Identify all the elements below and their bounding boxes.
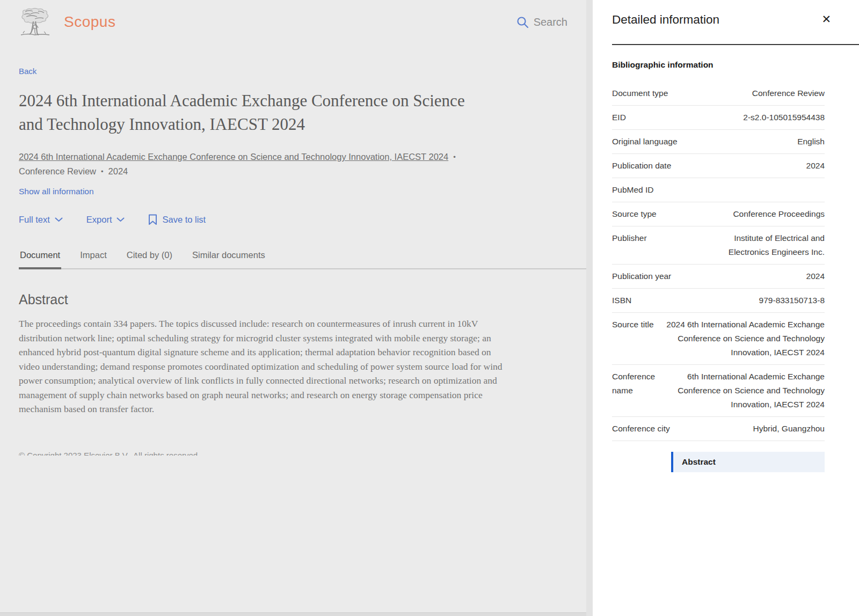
panel-header-divider bbox=[612, 44, 859, 45]
full-text-label: Full text bbox=[19, 215, 50, 225]
tab-cited-by[interactable]: Cited by (0) bbox=[126, 250, 173, 269]
publication-year-text: 2024 bbox=[108, 166, 128, 176]
row-value: 2-s2.0-105015954438 bbox=[693, 111, 825, 124]
search-icon bbox=[516, 16, 529, 28]
info-row-conference-name: Conference name 6th International Academ… bbox=[612, 365, 825, 417]
info-row-source-type: Source type Conference Proceedings bbox=[612, 202, 825, 226]
search-button[interactable]: Search bbox=[516, 16, 567, 28]
row-value: Conference Proceedings bbox=[693, 207, 825, 221]
row-label: Document type bbox=[612, 86, 693, 100]
close-icon: ✕ bbox=[821, 13, 831, 26]
row-label: Source title bbox=[612, 318, 663, 360]
row-value: 2024 6th International Academic Exchange… bbox=[663, 318, 825, 360]
tab-document[interactable]: Document bbox=[19, 250, 61, 269]
row-label: Publication year bbox=[612, 269, 693, 283]
panel-nav-abstract[interactable]: Abstract bbox=[671, 452, 825, 472]
row-value: 2024 bbox=[693, 159, 825, 173]
page-title: 2024 6th International Academic Exchange… bbox=[19, 89, 491, 136]
row-label: Source type bbox=[612, 207, 693, 221]
info-row-isbn: ISBN 979-833150713-8 bbox=[612, 289, 825, 313]
tab-impact[interactable]: Impact bbox=[79, 250, 108, 269]
row-value: 6th International Academic Exchange Conf… bbox=[663, 370, 825, 412]
panel-body: Bibliographic information Document type … bbox=[612, 60, 859, 472]
row-label: EID bbox=[612, 111, 693, 124]
export-label: Export bbox=[86, 215, 112, 225]
copyright-notice: © Copyright 2023 Elsevier B.V., All righ… bbox=[19, 451, 586, 456]
row-label: Conference name bbox=[612, 370, 663, 412]
scopus-home-link[interactable]: Scopus bbox=[19, 8, 115, 36]
abstract-text: The proceedings contain 334 papers. The … bbox=[19, 317, 514, 416]
source-title-link[interactable]: 2024 6th International Academic Exchange… bbox=[19, 152, 448, 162]
save-to-list-label: Save to list bbox=[162, 215, 206, 225]
row-label: Original language bbox=[612, 135, 693, 149]
document-page: Scopus Search Back 2024 6th Internationa… bbox=[0, 0, 586, 616]
document-tabs: Document Impact Cited by (0) Similar doc… bbox=[19, 250, 586, 269]
row-value: Institute of Electrical and Electronics … bbox=[693, 231, 825, 259]
info-row-publisher: Publisher Institute of Electrical and El… bbox=[612, 226, 825, 265]
abstract-section-heading: Abstract bbox=[19, 292, 586, 307]
top-bar: Scopus Search bbox=[0, 0, 586, 36]
chevron-down-icon bbox=[117, 217, 125, 222]
info-row-pubmed-id: PubMed ID bbox=[612, 178, 825, 202]
elsevier-tree-logo-icon bbox=[19, 8, 51, 36]
info-row-original-language: Original language English bbox=[612, 130, 825, 154]
row-label: Publication date bbox=[612, 159, 693, 173]
save-to-list-button[interactable]: Save to list bbox=[148, 214, 206, 225]
show-all-information-link[interactable]: Show all information bbox=[19, 187, 94, 196]
back-link[interactable]: Back bbox=[19, 67, 37, 76]
row-label: PubMed ID bbox=[612, 183, 693, 197]
panel-title: Detailed information bbox=[612, 13, 719, 27]
info-row-source-title: Source title 2024 6th International Acad… bbox=[612, 313, 825, 365]
panel-header: Detailed information ✕ bbox=[612, 0, 859, 27]
info-row-publication-year: Publication year 2024 bbox=[612, 265, 825, 289]
row-value: English bbox=[693, 135, 825, 149]
row-value: 2024 bbox=[693, 269, 825, 283]
row-value: Hybrid, Guangzhou bbox=[693, 422, 825, 436]
info-row-publication-date: Publication date 2024 bbox=[612, 154, 825, 178]
row-value: 979-833150713-8 bbox=[693, 294, 825, 307]
info-row-conference-city: Conference city Hybrid, Guangzhou bbox=[612, 417, 825, 441]
tab-similar-documents[interactable]: Similar documents bbox=[191, 250, 266, 269]
bibliographic-section-heading: Bibliographic information bbox=[612, 60, 825, 70]
full-text-dropdown[interactable]: Full text bbox=[19, 215, 63, 225]
horizontal-scrollbar[interactable] bbox=[0, 612, 586, 616]
action-toolbar: Full text Export Save to list bbox=[19, 214, 586, 225]
row-value: Conference Review bbox=[693, 86, 825, 100]
document-type-text: Conference Review bbox=[19, 166, 96, 176]
info-row-eid: EID 2-s2.0-105015954438 bbox=[612, 106, 825, 130]
detailed-information-panel: Detailed information ✕ Bibliographic inf… bbox=[593, 0, 859, 616]
dot-separator: • bbox=[101, 164, 104, 179]
chevron-down-icon bbox=[55, 217, 63, 222]
panel-scrollbar-gutter[interactable] bbox=[586, 0, 593, 616]
row-value bbox=[693, 183, 825, 197]
row-label: Conference city bbox=[612, 422, 693, 436]
row-label: Publisher bbox=[612, 231, 693, 259]
close-panel-button[interactable]: ✕ bbox=[820, 13, 832, 26]
source-line: 2024 6th International Academic Exchange… bbox=[19, 150, 502, 179]
row-label: ISBN bbox=[612, 294, 693, 307]
bibliographic-info-table: Document type Conference Review EID 2-s2… bbox=[612, 82, 825, 441]
export-dropdown[interactable]: Export bbox=[86, 215, 125, 225]
dot-separator: • bbox=[453, 150, 456, 164]
info-row-document-type: Document type Conference Review bbox=[612, 82, 825, 106]
brand-wordmark: Scopus bbox=[64, 13, 115, 31]
bookmark-icon bbox=[148, 214, 157, 225]
search-label: Search bbox=[534, 16, 567, 28]
